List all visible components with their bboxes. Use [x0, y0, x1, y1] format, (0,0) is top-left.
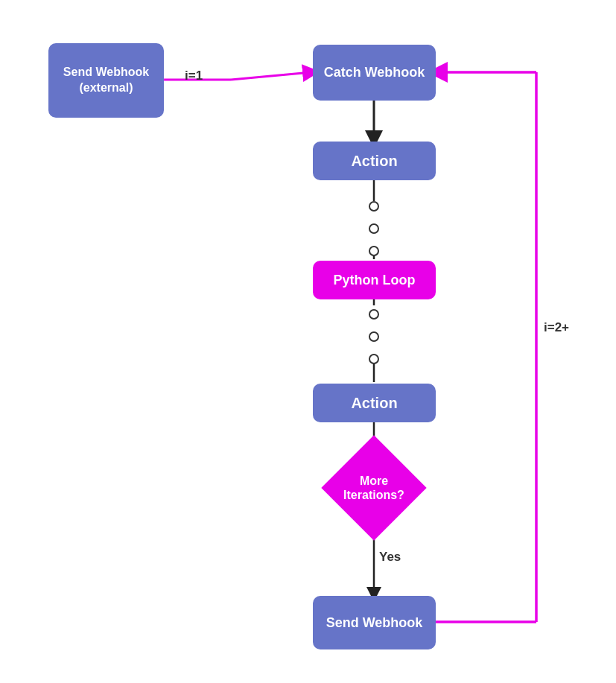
i2plus-label: i=2+: [544, 320, 569, 335]
yes-label: Yes: [379, 550, 401, 565]
dot1: [369, 201, 379, 212]
send-webhook-external-label: Send Webhook (external): [48, 65, 164, 96]
dot3: [369, 246, 379, 256]
more-iterations-diamond: MoreIterations?: [326, 439, 422, 536]
dot5: [369, 331, 379, 342]
python-loop-label: Python Loop: [334, 273, 416, 288]
dot2: [369, 223, 379, 234]
svg-line-9: [231, 72, 311, 80]
send-webhook-label: Send Webhook: [326, 615, 423, 631]
flowchart-diagram: Send Webhook (external) i=1 Catch Webhoo…: [0, 0, 616, 683]
dot4: [369, 309, 379, 320]
catch-webhook-label: Catch Webhook: [324, 65, 425, 80]
action2-node: Action: [313, 384, 436, 422]
dot6: [369, 354, 379, 364]
action2-label: Action: [351, 395, 397, 412]
action1-node: Action: [313, 142, 436, 180]
action1-label: Action: [351, 153, 397, 170]
send-webhook-node: Send Webhook: [313, 596, 436, 649]
i1-label: i=1: [185, 69, 203, 83]
catch-webhook-node: Catch Webhook: [313, 45, 436, 101]
send-webhook-external-node: Send Webhook (external): [48, 43, 164, 118]
python-loop-node: Python Loop: [313, 261, 436, 299]
more-iterations-label: MoreIterations?: [343, 474, 404, 502]
